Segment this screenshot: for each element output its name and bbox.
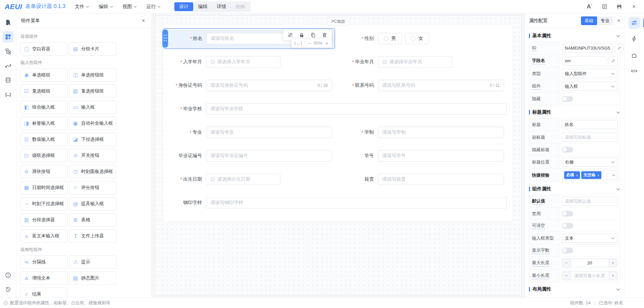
json-code-icon[interactable]: {...} <box>2 89 14 100</box>
disabled-toggle[interactable] <box>562 211 573 217</box>
component-item[interactable]: ✓ 结果 <box>20 288 67 297</box>
component-item[interactable]: ⊖ 滑块按钮 <box>20 165 67 178</box>
clearable-toggle[interactable] <box>562 223 573 229</box>
field-input[interactable]: 请选择毕业年月 <box>378 56 452 68</box>
property-tab[interactable]: 专业 <box>597 16 613 25</box>
component-item[interactable]: A 增强文本 <box>20 271 67 285</box>
field-input[interactable]: 请填写钢印字样 <box>206 197 507 208</box>
decrease-button[interactable]: − <box>562 271 571 280</box>
default-value-input[interactable]: 请填写默认值 <box>562 197 618 206</box>
info-icon[interactable] <box>2 269 14 281</box>
form-field[interactable]: ↔ − 50% + * 学制 <box>335 121 507 144</box>
tag-remove-icon[interactable]: × <box>597 173 599 177</box>
history-icon[interactable] <box>2 284 14 295</box>
component-item[interactable]: ◉ 单选框组 <box>20 68 67 82</box>
mode-tab[interactable]: 设计 <box>174 2 193 11</box>
component-item[interactable]: ▣ 自动补全输入框 <box>69 117 116 130</box>
mode-tab[interactable]: 详情 <box>212 2 231 11</box>
close-panel-icon[interactable]: × <box>142 18 145 24</box>
component-item[interactable]: ☑ 复选框组 <box>20 84 67 98</box>
field-input[interactable]: 请填写专业 <box>206 127 332 138</box>
tag-remove-icon[interactable]: × <box>576 173 578 177</box>
form-field[interactable]: ↔ − 50% + * 出生日期 <box>163 168 335 191</box>
show-count-toggle[interactable] <box>562 248 573 253</box>
section-component-properties[interactable]: 组件属性 <box>529 186 620 192</box>
validation-tag[interactable]: 必填× <box>564 171 580 179</box>
component-item[interactable]: ▢ 空白容器 <box>20 42 67 56</box>
form-field[interactable]: ↔ − 50% + * 学号 <box>335 144 507 168</box>
form-field[interactable]: ↔ − 50% + * 专业 <box>163 121 335 144</box>
field-input[interactable]: 请选择入学年月 <box>206 56 280 68</box>
component-item[interactable]: ◰ 级联选择框 <box>20 149 67 162</box>
mode-tab[interactable]: 自由 <box>231 2 250 11</box>
properties-rail-icon[interactable] <box>628 17 640 29</box>
form-field[interactable]: ↔ − 50% + * 联系号码 <box>335 74 507 97</box>
component-item[interactable]: ☆ 评分按钮 <box>69 181 116 194</box>
form-field[interactable]: ↔ − 50% + * 毕业证编号 <box>163 144 335 168</box>
increase-button[interactable]: + <box>608 259 617 267</box>
component-item[interactable]: ⊞ 表格 <box>69 213 116 227</box>
component-item[interactable]: ≡ 富文本输入框 <box>20 229 67 243</box>
edit-field-name-icon[interactable] <box>609 57 618 65</box>
component-item[interactable]: ◧ 组合输入框 <box>20 101 67 114</box>
menu-item[interactable]: 文件 <box>75 4 89 10</box>
input-type-select[interactable]: 文本 <box>562 234 618 243</box>
field-settings-icon[interactable] <box>287 32 293 38</box>
title-input[interactable]: 姓名 <box>562 120 618 129</box>
decrease-button[interactable]: − <box>562 259 571 267</box>
logic-flow-icon[interactable] <box>2 60 14 71</box>
component-item[interactable]: ◫ 单选按钮组 <box>69 68 116 82</box>
close-panel-icon[interactable]: × <box>617 18 620 24</box>
component-select[interactable]: 输入框 <box>562 82 618 91</box>
save-icon[interactable] <box>616 3 623 10</box>
document-icon[interactable] <box>601 3 608 10</box>
min-length-placeholder[interactable]: 请填写最小长度 <box>571 271 608 280</box>
subtitle-input[interactable]: 请填写副标题 <box>562 133 618 142</box>
max-length-value[interactable]: 20 <box>571 259 608 267</box>
code-icon[interactable]: </> <box>628 65 640 77</box>
form-field[interactable]: ↔ − 50% + * 毕业年月 <box>335 50 507 74</box>
component-item[interactable]: ◨ 标签输入框 <box>20 117 67 130</box>
component-item[interactable]: ◷ 时刻面板选择框 <box>69 165 116 178</box>
close-icon[interactable]: × <box>631 3 637 10</box>
id-input[interactable]: NAMEINPUT33UVSG5 <box>562 44 613 53</box>
component-item[interactable]: ⚠ 提示 <box>69 255 116 269</box>
width-decrease-button[interactable]: − <box>308 41 311 46</box>
hide-title-toggle[interactable] <box>562 147 573 152</box>
pc-view-tab[interactable]: PC视图 <box>327 18 349 25</box>
copy-icon[interactable] <box>310 32 316 38</box>
quick-validation-select[interactable]: 必填×无空格× <box>562 170 618 180</box>
component-item[interactable]: ⊡ 数值输入框 <box>20 133 67 146</box>
font-size-icon[interactable]: A↑ <box>586 3 593 10</box>
field-input[interactable]: 请填写身份证号码 0 / 18 <box>206 80 332 91</box>
section-basic-properties[interactable]: 基本属性 <box>529 33 620 39</box>
database-icon[interactable] <box>2 74 14 86</box>
field-input[interactable]: 请填写毕业学校 <box>206 103 507 115</box>
title-position-select[interactable]: 右侧 <box>562 158 618 167</box>
component-item[interactable]: ▦ 日期时间选择框 <box>20 181 67 194</box>
width-increase-button[interactable]: + <box>325 41 328 46</box>
radio-option[interactable]: 男 <box>378 33 402 44</box>
outline-tree-icon[interactable] <box>2 46 14 57</box>
component-item[interactable]: ▥ 复选按钮组 <box>69 84 116 98</box>
drag-handle[interactable] <box>162 29 168 48</box>
hidden-toggle[interactable] <box>562 96 573 102</box>
plugins-puzzle-icon[interactable] <box>628 49 640 61</box>
component-item[interactable]: ▤ 分组卡片 <box>69 42 116 56</box>
increase-button[interactable]: + <box>608 271 617 280</box>
type-select[interactable]: 输入型组件 <box>562 69 618 78</box>
delete-icon[interactable] <box>322 32 327 38</box>
form-field[interactable]: ↔ − 50% + * 钢印字样 <box>163 191 507 214</box>
component-item[interactable]: ▭ 输入框 <box>69 101 116 114</box>
form-field[interactable]: ↔ − 50% + * 身份证号码 <box>163 74 335 97</box>
component-item[interactable]: ▨ 静态图片 <box>69 271 116 285</box>
section-title-properties[interactable]: 标题属性 <box>529 109 620 115</box>
form-field[interactable]: ↔ − 50% + * 姓名 <box>163 28 335 49</box>
field-input[interactable]: 请填写学制 <box>378 127 504 138</box>
events-lightning-icon[interactable] <box>628 33 640 45</box>
component-item[interactable]: ▥ 分段选择器 <box>20 213 67 227</box>
radio-option[interactable]: 女 <box>405 33 429 44</box>
menu-item[interactable]: 视图 <box>122 4 137 10</box>
menu-item[interactable]: 运行 <box>146 4 161 10</box>
component-item[interactable]: ↥ 文件上传器 <box>69 229 116 243</box>
